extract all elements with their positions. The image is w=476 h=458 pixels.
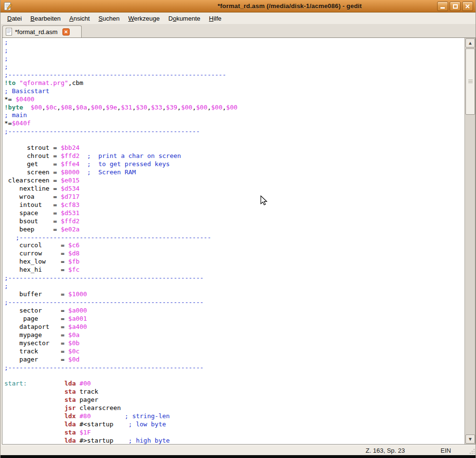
code-line: lda #<startup ; low byte bbox=[4, 421, 464, 429]
code-line: mypage = $0a bbox=[4, 331, 464, 339]
code-line: wroa = $d717 bbox=[4, 193, 464, 201]
code-line: chrout = $ffd2 ; print a char on screen bbox=[4, 152, 464, 160]
minimize-icon bbox=[440, 7, 445, 9]
code-line: *= $0400 bbox=[4, 96, 464, 104]
menu-dokumente[interactable]: Dokumente bbox=[164, 14, 205, 23]
code-line: screen = $8000 ; Screen RAM bbox=[4, 169, 464, 177]
code-line: ; main bbox=[4, 111, 464, 120]
menu-ansicht[interactable]: Ansicht bbox=[65, 14, 94, 23]
code-line: space = $d531 bbox=[4, 209, 464, 217]
tab-strip: *format_rd.asm ✕ bbox=[1, 24, 476, 37]
code-line: sector = $a000 bbox=[4, 307, 464, 315]
code-line: ;---------------------------------------… bbox=[4, 274, 464, 282]
code-line: ; bbox=[4, 55, 464, 63]
menu-hilfe[interactable]: Hilfe bbox=[205, 14, 226, 23]
code-line: hex_hi = $fc bbox=[4, 266, 464, 274]
editor-frame: ;;;;;-----------------------------------… bbox=[2, 37, 476, 445]
code-line: sta $1F bbox=[4, 429, 464, 437]
scrollbar-thumb[interactable] bbox=[465, 48, 475, 115]
code-line: sta pager bbox=[4, 396, 464, 404]
code-line: intout = $cf83 bbox=[4, 201, 464, 209]
code-line: clearscreen = $e015 bbox=[4, 177, 464, 185]
menu-datei[interactable]: Datei bbox=[3, 14, 26, 23]
tab-format-rd-asm[interactable]: *format_rd.asm ✕ bbox=[2, 25, 82, 37]
code-line: dataport = $a400 bbox=[4, 323, 464, 331]
code-line: jsr clearscreen bbox=[4, 404, 464, 412]
cursor-position-label: Z. 163, Sp. 23 bbox=[366, 447, 405, 454]
code-line: page = $a001 bbox=[4, 315, 464, 323]
scrollbar-grip-icon bbox=[468, 80, 473, 84]
code-line bbox=[4, 136, 464, 144]
code-line: ;---------------------------------------… bbox=[4, 299, 464, 307]
desktop-panel-strip bbox=[0, 455, 476, 458]
menu-bearbeiten[interactable]: Bearbeiten bbox=[26, 14, 65, 23]
menu-werkzeuge[interactable]: Werkzeuge bbox=[124, 14, 164, 23]
code-line: sta track bbox=[4, 388, 464, 396]
title-bar[interactable]: *format_rd.asm (/media/disk-1/acme086) -… bbox=[0, 0, 476, 12]
code-line: buffer = $1000 bbox=[4, 290, 464, 299]
code-line: bsout = $ffd2 bbox=[4, 217, 464, 226]
code-line: ; Basicstart bbox=[4, 87, 464, 96]
mouse-cursor bbox=[260, 195, 269, 206]
code-line: strout = $bb24 bbox=[4, 144, 464, 152]
scroll-down-button[interactable]: ▼ bbox=[465, 434, 475, 444]
code-line: ;---------------------------------------… bbox=[4, 234, 464, 242]
code-line: ;---------------------------------------… bbox=[4, 71, 464, 79]
code-line: ; bbox=[4, 282, 464, 290]
close-button[interactable]: ✕ bbox=[462, 1, 473, 11]
maximize-button[interactable] bbox=[450, 1, 461, 11]
code-line: hex_low = $fb bbox=[4, 258, 464, 266]
resize-grip[interactable] bbox=[468, 447, 475, 454]
code-line: !to "qformat.prg",cbm bbox=[4, 79, 464, 87]
code-line: currow = $d8 bbox=[4, 250, 464, 258]
code-line: ;---------------------------------------… bbox=[4, 128, 464, 136]
code-line: curcol = $c6 bbox=[4, 241, 464, 250]
code-line bbox=[4, 372, 464, 380]
menu-bar: Datei Bearbeiten Ansicht Suchen Werkzeug… bbox=[1, 12, 476, 24]
gedit-app-icon bbox=[3, 1, 13, 11]
menu-suchen[interactable]: Suchen bbox=[94, 14, 124, 23]
code-area[interactable]: ;;;;;-----------------------------------… bbox=[2, 38, 464, 444]
code-line: ; bbox=[4, 38, 464, 47]
code-line: !byte $00,$0c,$08,$0a,$00,$9e,$31,$30,$3… bbox=[4, 104, 464, 112]
tab-close-button[interactable]: ✕ bbox=[62, 28, 70, 36]
minimize-button[interactable] bbox=[437, 1, 448, 11]
code-line: *=$040f bbox=[4, 120, 464, 128]
vertical-scrollbar[interactable]: ▲ ▼ bbox=[464, 38, 475, 444]
status-bar: Z. 163, Sp. 23 EIN bbox=[1, 445, 476, 455]
code-line: ; bbox=[4, 47, 464, 55]
code-line: pager = $0d bbox=[4, 356, 464, 364]
document-icon bbox=[6, 28, 12, 36]
insert-mode-label: EIN bbox=[440, 447, 451, 454]
window-title: *format_rd.asm (/media/disk-1/acme086) -… bbox=[218, 2, 362, 10]
code-line: ; bbox=[4, 63, 464, 71]
code-line: nextline = $d534 bbox=[4, 185, 464, 193]
code-line: mysector = $0b bbox=[4, 339, 464, 348]
code-line: get = $ffe4 ; to get pressed keys bbox=[4, 160, 464, 169]
code-line: ldx #80 ; string-len bbox=[4, 412, 464, 421]
code-line: start: lda #00 bbox=[4, 380, 464, 388]
code-line: beep = $e02a bbox=[4, 226, 464, 234]
code-line: lda #>startup ; high byte bbox=[4, 437, 464, 444]
code-line: track = $0c bbox=[4, 348, 464, 356]
code-line: ;---------------------------------------… bbox=[4, 364, 464, 372]
tab-label: *format_rd.asm bbox=[15, 28, 58, 36]
close-icon: ✕ bbox=[463, 2, 473, 11]
scroll-up-button[interactable]: ▲ bbox=[465, 38, 475, 48]
maximize-icon bbox=[453, 4, 458, 9]
